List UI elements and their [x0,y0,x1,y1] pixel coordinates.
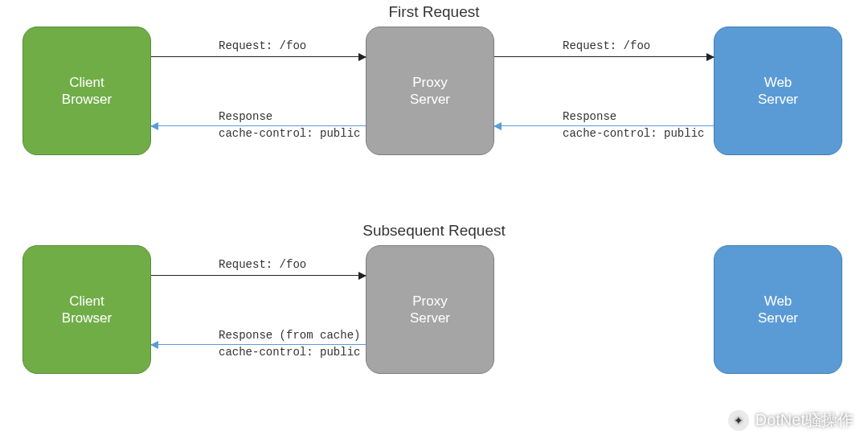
watermark: ✦ DotNet骚操作 [728,409,854,431]
arrow-req-client-proxy-2 [151,275,366,276]
title-first-request: First Request [354,3,514,21]
node-proxy-2-line1: Proxy [412,293,447,310]
node-client-1: Client Browser [23,27,151,155]
label-req-client-proxy-2: Request: /foo [219,258,306,271]
label-resp-proxy-client-2b: cache-control: public [219,346,360,359]
node-web-2: Web Server [714,245,842,374]
label-resp-proxy-client-1b: cache-control: public [219,127,360,140]
arrow-resp-proxy-client-1 [151,125,366,126]
arrow-req-client-proxy-1 [151,56,366,57]
node-client-2-line2: Browser [62,310,112,326]
node-client-2-line1: Client [69,293,104,310]
label-req-client-proxy-1: Request: /foo [219,39,306,52]
arrow-resp-proxy-client-2 [151,344,366,345]
label-resp-web-proxy-1b: cache-control: public [563,127,704,140]
node-client-1-line1: Client [69,74,104,91]
title-subsequent-request: Subsequent Request [354,222,514,240]
label-req-proxy-web-1: Request: /foo [563,39,650,52]
arrow-req-proxy-web-1 [494,56,714,57]
node-proxy-1-line1: Proxy [412,74,447,91]
label-resp-proxy-client-1a: Response [219,110,272,123]
node-web-2-line2: Server [758,310,798,326]
label-resp-proxy-client-2a: Response (from cache) [219,329,360,342]
node-web-1-line1: Web [764,74,792,91]
node-proxy-2-line2: Server [410,310,450,326]
node-client-1-line2: Browser [62,91,112,108]
node-web-1: Web Server [714,27,842,155]
node-web-1-line2: Server [758,91,798,108]
node-proxy-1-line2: Server [410,91,450,108]
node-proxy-2: Proxy Server [366,245,494,374]
node-web-2-line1: Web [764,293,792,310]
watermark-text: DotNet骚操作 [755,409,854,431]
label-resp-web-proxy-1a: Response [563,110,616,123]
arrow-resp-web-proxy-1 [494,125,714,126]
node-client-2: Client Browser [23,245,151,374]
node-proxy-1: Proxy Server [366,27,494,155]
wechat-icon: ✦ [728,410,749,431]
